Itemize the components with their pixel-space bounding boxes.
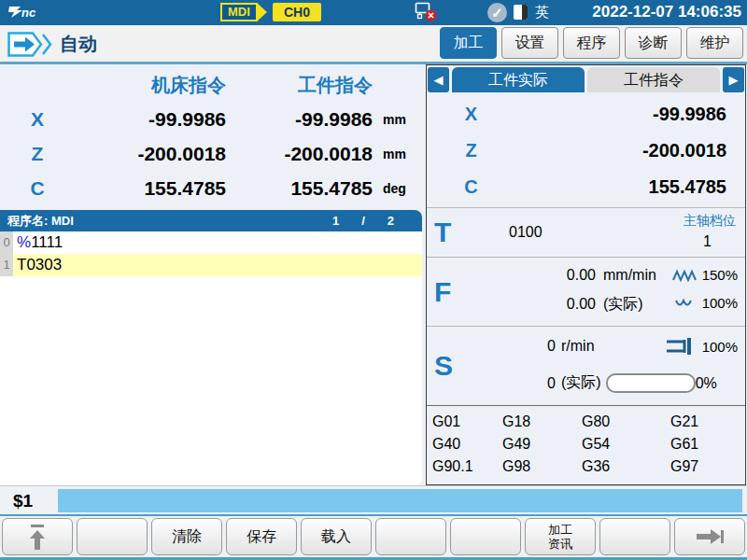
axis-label: C: [0, 177, 75, 200]
gcode: G40: [432, 433, 502, 455]
language-indicator[interactable]: 英: [535, 4, 549, 21]
axis-label: Z: [427, 140, 515, 161]
tab-settings[interactable]: 设置: [501, 27, 558, 59]
program-body: 0 %1111 1 T0303: [0, 231, 422, 485]
gcode-row: G01 G18 G80 G21: [432, 411, 745, 433]
axis-row-z: Z -200.0018: [427, 133, 745, 169]
actual-position-list: X -99.9986 Z -200.0018 C 155.4785: [427, 92, 745, 207]
tab-work-command[interactable]: 工件指令: [587, 67, 720, 92]
coord-view-tabs: ◀ 工件实际 工件指令 ▶: [428, 67, 744, 92]
gcode: G49: [502, 433, 582, 455]
spindle-gear-value: 1: [703, 233, 712, 250]
channel-badge[interactable]: CH0: [273, 3, 321, 21]
tab-program[interactable]: 程序: [563, 27, 620, 59]
program-line-current[interactable]: 1 T0303: [0, 254, 422, 276]
program-title: 程序名: MDI: [7, 213, 332, 230]
feed-command-line: 0.00mm/min: [469, 267, 656, 284]
spindle-actual-value: 0: [469, 375, 556, 392]
spindle-actual-label: (实际): [561, 373, 601, 393]
program-viewer: 程序名: MDI 1 / 2 0 %1111 1 T0303: [0, 210, 422, 485]
channel-label: $1: [13, 491, 33, 511]
program-line[interactable]: 0 %1111: [0, 231, 422, 254]
tab-diagnosis[interactable]: 诊断: [625, 27, 682, 59]
machine-value: -200.0018: [75, 143, 226, 165]
feed-override-icon: [674, 298, 697, 309]
page-total: 2: [388, 214, 394, 228]
right-triangle-icon: ▶: [729, 73, 739, 87]
tool-section: T 0100 主轴档位 1: [427, 207, 745, 257]
axis-label: Z: [0, 143, 75, 165]
input-method-icon: [514, 5, 528, 20]
rapid-override-value: 150%: [702, 267, 738, 283]
clear-button[interactable]: 清除: [151, 518, 222, 555]
axis-label: C: [427, 176, 515, 198]
machining-info-line1: 加工: [548, 523, 572, 537]
auto-mode-icon: [7, 32, 52, 61]
line-number: 0: [0, 231, 13, 254]
spindle-override: 100%: [665, 336, 738, 357]
gcode-row: G90.1 G98 G36 G97: [432, 455, 745, 478]
next-arrow-icon: [695, 528, 725, 545]
mdi-command-bar: $1: [0, 485, 747, 514]
spindle-speed-unit: r/min: [561, 338, 595, 354]
top-status-bar: nc MDI CH0 ✓ 英 2022-12-07 14:06:35: [0, 0, 747, 25]
spindle-load-value: 0%: [696, 375, 717, 392]
code-body: 1111: [31, 233, 63, 251]
mode-label: 自动: [60, 32, 97, 57]
tab-machining[interactable]: 加工: [440, 27, 497, 59]
gcode: G97: [670, 455, 745, 478]
datetime-display: 2022-12-07 14:06:35: [592, 3, 741, 21]
logo-text: nc: [21, 6, 36, 20]
code-prefix: %: [17, 233, 31, 251]
softkey-empty-9[interactable]: [599, 518, 670, 555]
feed-override-value: 100%: [702, 295, 738, 311]
mode-badge-arrow-icon: [257, 3, 267, 21]
feed-section: F 0.00mm/min 0.00(实际) 150% 100%: [427, 257, 745, 326]
next-view-button[interactable]: ▶: [723, 67, 744, 92]
next-menu-button[interactable]: [674, 518, 745, 555]
axis-row-c: C 155.4785: [427, 169, 745, 205]
mode-badge: MDI: [220, 3, 267, 21]
work-value: -99.9986: [226, 108, 373, 131]
left-triangle-icon: ◀: [434, 73, 444, 87]
feed-unit: mm/min: [603, 267, 656, 283]
tab-maintenance[interactable]: 维护: [686, 27, 743, 59]
coord-row-z: Z -200.0018 -200.0018 mm: [0, 136, 425, 171]
mode-badge-label: MDI: [220, 3, 258, 21]
axis-value: -200.0018: [515, 140, 745, 161]
spindle-actual-line: 0 (实际) 0%: [469, 373, 717, 393]
machining-info-line2: 资讯: [548, 537, 572, 551]
feed-letter: F: [434, 276, 451, 308]
machining-info-button[interactable]: 加工 资讯: [525, 518, 596, 555]
load-button[interactable]: 载入: [301, 518, 372, 555]
softkey-empty-2[interactable]: [77, 518, 148, 555]
gcode: G98: [502, 455, 582, 478]
work-value: -200.0018: [226, 143, 373, 165]
axis-label: X: [0, 108, 75, 131]
prev-view-button[interactable]: ◀: [428, 67, 449, 92]
spindle-gear-label: 主轴档位: [684, 213, 736, 230]
softkey-empty-7[interactable]: [450, 518, 521, 555]
unit-label: mm: [373, 112, 425, 127]
machine-value: -99.9986: [75, 108, 226, 131]
save-button[interactable]: 保存: [226, 518, 297, 555]
tool-letter: T: [434, 217, 451, 248]
unit-label: deg: [373, 181, 425, 196]
spindle-speed-value: 0: [469, 338, 556, 355]
rapid-override-icon: [672, 269, 697, 282]
feed-command-value: 0.00: [469, 267, 596, 284]
softkey-empty-6[interactable]: [375, 518, 446, 555]
up-arrow-icon: [27, 525, 48, 550]
work-value: 155.4785: [226, 177, 373, 200]
spindle-override-value: 100%: [702, 339, 738, 355]
tab-work-actual[interactable]: 工件实际: [452, 67, 585, 92]
softkey-toolbar: 清除 保存 载入 加工 资讯: [0, 514, 747, 560]
gcode: G61: [670, 433, 745, 455]
gcode: G21: [670, 411, 745, 433]
spindle-icon: [665, 336, 697, 357]
return-top-button[interactable]: [2, 518, 73, 555]
code-body: T0303: [17, 256, 62, 273]
mdi-command-input[interactable]: [58, 489, 742, 512]
status-panel: ◀ 工件实际 工件指令 ▶ X -99.9986 Z -200.0018 C 1…: [426, 64, 746, 485]
code-text: T0303: [13, 254, 422, 276]
